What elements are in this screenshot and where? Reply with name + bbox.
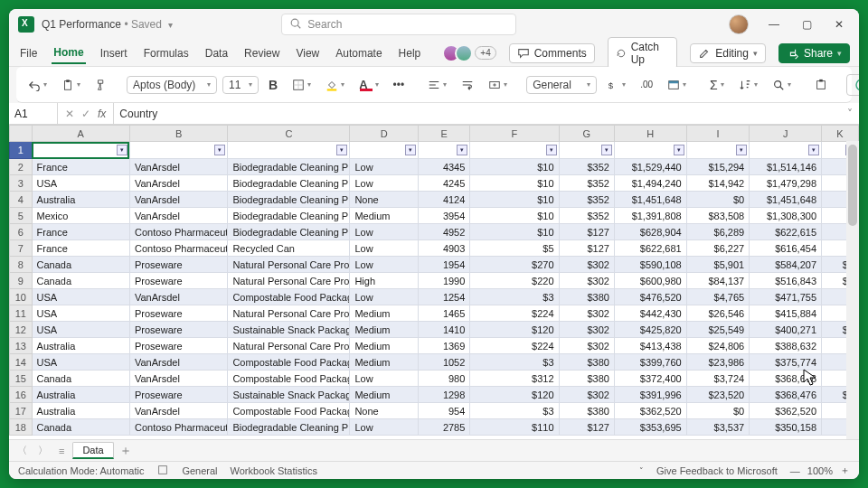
table-header-cell[interactable]: Manufacturing Price▾ bbox=[470, 142, 559, 159]
data-cell[interactable]: Low bbox=[350, 257, 419, 273]
data-cell[interactable]: $590,108 bbox=[614, 257, 686, 273]
data-cell[interactable]: $1,529,440 bbox=[614, 159, 686, 175]
data-cell[interactable]: VanArsdel bbox=[129, 354, 227, 371]
data-cell[interactable]: Proseware bbox=[129, 273, 227, 289]
data-cell[interactable]: $375,774 bbox=[750, 354, 822, 371]
maximize-button[interactable]: ▢ bbox=[790, 12, 823, 37]
data-cell[interactable]: Low bbox=[350, 240, 419, 257]
data-cell[interactable]: 1465 bbox=[419, 305, 470, 322]
sort-filter-button[interactable]: ▾ bbox=[734, 76, 762, 94]
table-header-cell[interactable]: Units Sold▾ bbox=[419, 142, 470, 159]
data-cell[interactable]: $442,430 bbox=[614, 305, 686, 322]
data-cell[interactable]: Low bbox=[350, 289, 419, 305]
data-cell[interactable]: Proseware bbox=[129, 305, 227, 322]
menu-review[interactable]: Review bbox=[242, 43, 281, 63]
table-header-cell[interactable]: Discount Band▾ bbox=[350, 142, 419, 159]
data-cell[interactable]: Biodegradable Cleaning Products bbox=[228, 208, 350, 224]
column-header[interactable]: J bbox=[750, 126, 822, 142]
data-cell[interactable]: None bbox=[350, 192, 419, 208]
borders-button[interactable]: ▾ bbox=[288, 76, 316, 94]
data-cell[interactable]: VanArsdel bbox=[129, 159, 227, 175]
name-box[interactable]: A1 bbox=[9, 103, 58, 124]
filter-icon[interactable]: ▾ bbox=[808, 145, 819, 155]
data-cell[interactable]: Proseware bbox=[129, 257, 227, 273]
filter-icon[interactable]: ▾ bbox=[736, 145, 747, 155]
close-button[interactable]: ✕ bbox=[823, 12, 855, 37]
sheet-list-button[interactable]: ≡ bbox=[56, 446, 67, 456]
data-cell[interactable]: Australia bbox=[32, 338, 129, 354]
row-header[interactable]: 4 bbox=[10, 192, 33, 208]
font-size-select[interactable]: 11▾ bbox=[222, 76, 259, 94]
fx-icon[interactable]: fx bbox=[98, 108, 106, 120]
data-cell[interactable]: $25,549 bbox=[686, 322, 750, 338]
row-header[interactable]: 18 bbox=[10, 419, 33, 436]
data-cell[interactable]: Mexico bbox=[32, 208, 129, 224]
data-cell[interactable]: Biodegradable Cleaning Products bbox=[228, 224, 350, 240]
menu-file[interactable]: File bbox=[18, 43, 39, 63]
data-cell[interactable]: 4345 bbox=[419, 159, 470, 175]
data-cell[interactable]: $399,760 bbox=[614, 354, 686, 371]
column-header[interactable]: C bbox=[228, 126, 350, 142]
column-header[interactable]: E bbox=[419, 126, 470, 142]
data-cell[interactable]: Contoso Pharmaceuticals bbox=[129, 419, 227, 436]
data-cell[interactable]: $6,289 bbox=[686, 224, 750, 240]
column-header[interactable]: H bbox=[614, 126, 686, 142]
user-avatar[interactable] bbox=[729, 14, 749, 34]
row-header[interactable]: 9 bbox=[10, 273, 33, 289]
data-cell[interactable]: $372,400 bbox=[614, 371, 686, 387]
table-header-cell[interactable]: Country▾ bbox=[32, 142, 129, 159]
data-cell[interactable]: $270 bbox=[470, 257, 559, 273]
data-cell[interactable]: Natural Personal Care Products bbox=[228, 257, 350, 273]
accessibility-icon[interactable] bbox=[156, 464, 169, 478]
data-cell[interactable]: $6,227 bbox=[686, 240, 750, 257]
row-header[interactable]: 17 bbox=[10, 403, 33, 419]
data-cell[interactable]: $10 bbox=[470, 224, 559, 240]
data-cell[interactable]: $24,806 bbox=[686, 338, 750, 354]
data-cell[interactable]: $1,451,648 bbox=[614, 192, 686, 208]
data-cell[interactable]: $312 bbox=[470, 371, 559, 387]
row-header[interactable]: 10 bbox=[10, 289, 33, 305]
formula-input[interactable]: Country bbox=[114, 108, 841, 120]
data-cell[interactable]: $362,520 bbox=[614, 403, 686, 419]
data-cell[interactable]: $83,508 bbox=[686, 208, 750, 224]
data-cell[interactable]: 954 bbox=[419, 403, 470, 419]
data-cell[interactable]: $302 bbox=[559, 257, 614, 273]
row-header[interactable]: 6 bbox=[10, 224, 33, 240]
data-cell[interactable]: VanArsdel bbox=[129, 192, 227, 208]
data-cell[interactable]: $5 bbox=[470, 240, 559, 257]
catchup-button[interactable]: Catch Up bbox=[608, 37, 678, 70]
column-header[interactable]: G bbox=[559, 126, 614, 142]
data-cell[interactable]: $302 bbox=[559, 387, 614, 403]
data-cell[interactable]: $471,755 bbox=[750, 289, 822, 305]
data-cell[interactable]: 3954 bbox=[419, 208, 470, 224]
more-font-button[interactable]: ••• bbox=[389, 76, 410, 94]
row-header[interactable]: 13 bbox=[10, 338, 33, 354]
filter-icon[interactable]: ▾ bbox=[117, 145, 127, 155]
find-button[interactable]: ▾ bbox=[768, 76, 796, 94]
data-cell[interactable]: $127 bbox=[559, 240, 614, 257]
data-cell[interactable]: $1,479,298 bbox=[750, 175, 822, 192]
row-header[interactable]: 12 bbox=[10, 322, 33, 338]
data-cell[interactable]: $622,681 bbox=[614, 240, 686, 257]
data-cell[interactable]: $5,901 bbox=[686, 257, 750, 273]
filter-icon[interactable]: ▾ bbox=[405, 145, 416, 155]
fill-color-button[interactable]: ▾ bbox=[321, 76, 349, 94]
data-cell[interactable]: $3 bbox=[470, 403, 559, 419]
data-cell[interactable]: $3 bbox=[470, 354, 559, 371]
menu-data[interactable]: Data bbox=[203, 43, 230, 63]
column-header[interactable]: F bbox=[470, 126, 559, 142]
minimize-button[interactable]: ― bbox=[758, 12, 790, 37]
data-cell[interactable]: $380 bbox=[559, 371, 614, 387]
data-cell[interactable]: $368,676 bbox=[750, 371, 822, 387]
filter-icon[interactable]: ▾ bbox=[336, 145, 347, 155]
data-cell[interactable]: $302 bbox=[559, 305, 614, 322]
data-cell[interactable]: $120 bbox=[470, 322, 559, 338]
add-sheet-button[interactable]: ＋ bbox=[119, 443, 132, 459]
column-header[interactable]: K bbox=[822, 126, 859, 142]
align-button[interactable]: ▾ bbox=[423, 76, 451, 94]
menu-formulas[interactable]: Formulas bbox=[142, 43, 191, 63]
data-cell[interactable]: Canada bbox=[32, 273, 129, 289]
data-cell[interactable]: VanArsdel bbox=[129, 208, 227, 224]
data-cell[interactable]: $220 bbox=[470, 273, 559, 289]
column-header[interactable]: I bbox=[686, 126, 750, 142]
